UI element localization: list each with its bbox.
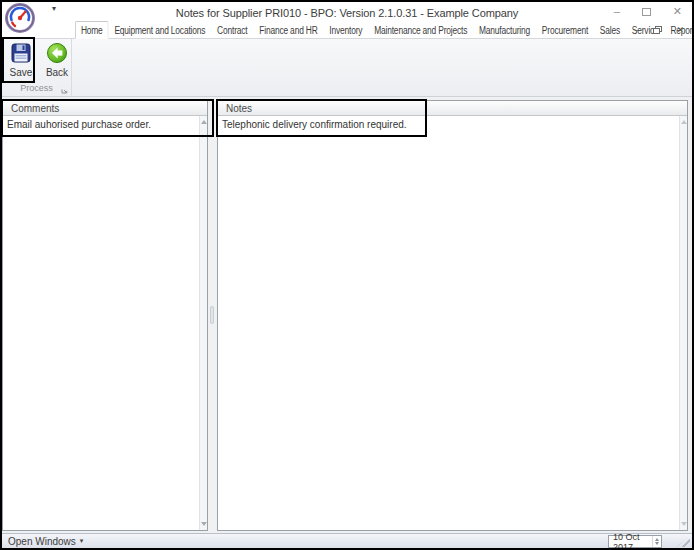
title-bar: ▾ Notes for Supplier PRI010 - BPO: Versi… (2, 2, 692, 22)
date-field[interactable]: 10 Oct 2017 (608, 535, 662, 548)
dialog-launcher-icon[interactable] (61, 87, 68, 94)
open-windows-dropdown-icon: ▾ (80, 537, 84, 545)
close-icon[interactable]: ✕ (673, 6, 682, 17)
ribbon: Save Back Process (2, 39, 692, 97)
ribbon-group-process: Save Back Process (2, 39, 72, 96)
maximize-icon[interactable] (642, 8, 651, 16)
back-button[interactable]: Back (41, 40, 73, 84)
spinner-down-icon[interactable] (655, 542, 659, 545)
scroll-up-icon[interactable] (201, 120, 207, 124)
tab-maintenance-and-projects[interactable]: Maintenance and Projects (368, 21, 473, 39)
notes-textarea[interactable]: Telephonic delivery confirmation require… (218, 116, 679, 530)
back-icon (46, 42, 68, 64)
tab-inventory[interactable]: Inventory (323, 21, 368, 39)
notes-panel: Notes Telephonic delivery confirmation r… (217, 100, 688, 531)
window-title: Notes for Supplier PRI010 - BPO: Version… (2, 7, 692, 19)
comments-scrollbar[interactable] (199, 116, 207, 530)
tab-manufacturing[interactable]: Manufacturing (473, 21, 536, 39)
app-logo-icon[interactable] (5, 3, 35, 33)
save-button[interactable]: Save (5, 40, 37, 84)
comments-text: Email auhorised purchase order. (3, 116, 199, 134)
comments-panel: Comments Email auhorised purchase order. (2, 100, 208, 531)
notes-scrollbar[interactable] (679, 116, 687, 530)
comments-panel-header: Comments (3, 101, 207, 116)
notes-panel-header: Notes (218, 101, 687, 116)
open-windows-button[interactable]: Open Windows ▾ (2, 536, 83, 547)
spinner-up-icon[interactable] (655, 538, 659, 541)
notes-text: Telephonic delivery confirmation require… (218, 116, 679, 134)
resize-grip-icon[interactable] (677, 535, 690, 547)
comments-textarea[interactable]: Email auhorised purchase order. (3, 116, 199, 530)
status-bar: Open Windows ▾ 10 Oct 2017 (2, 533, 692, 548)
date-spinner (652, 536, 661, 547)
scroll-down-icon[interactable] (201, 522, 207, 526)
ribbon-minimize-icon[interactable]: – (634, 25, 639, 35)
tab-procurement[interactable]: Procurement (536, 21, 594, 39)
tab-finance-and-hr[interactable]: Finance and HR (253, 21, 323, 39)
back-button-label: Back (46, 67, 68, 78)
tab-contract[interactable]: Contract (211, 21, 253, 39)
panel-splitter[interactable] (208, 97, 217, 533)
tab-equipment-and-locations[interactable]: Equipment and Locations (108, 21, 211, 39)
ribbon-close-icon[interactable]: ✕ (676, 25, 684, 35)
content-area: Comments Email auhorised purchase order.… (2, 97, 692, 533)
mdi-window-controls: – ✕ (634, 25, 684, 35)
ribbon-tabs: Home Equipment and Locations Contract Fi… (75, 21, 694, 39)
minimize-icon[interactable]: – (614, 6, 620, 17)
save-icon (10, 42, 32, 64)
ribbon-restore-icon[interactable] (653, 26, 662, 34)
tab-sales[interactable]: Sales (594, 21, 626, 39)
window-controls: – ✕ (614, 6, 682, 17)
scroll-down-icon[interactable] (681, 522, 687, 526)
date-value: 10 Oct 2017 (609, 532, 652, 550)
ribbon-tab-bar: Home Equipment and Locations Contract Fi… (2, 22, 692, 39)
splitter-handle-icon[interactable] (210, 306, 214, 324)
open-windows-label: Open Windows (8, 536, 76, 547)
tab-home[interactable]: Home (75, 21, 108, 39)
save-button-label: Save (10, 67, 33, 78)
scroll-up-icon[interactable] (681, 120, 687, 124)
